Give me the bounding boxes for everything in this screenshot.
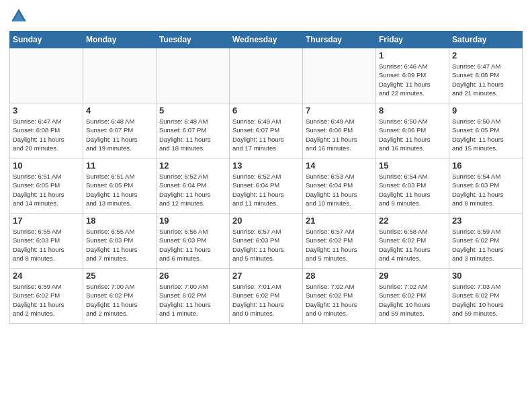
day-info: Sunrise: 6:46 AM Sunset: 6:09 PM Dayligh… [379, 62, 446, 97]
calendar-cell: 12Sunrise: 6:52 AM Sunset: 6:04 PM Dayli… [157, 158, 230, 214]
day-info: Sunrise: 6:59 AM Sunset: 6:02 PM Dayligh… [452, 227, 519, 263]
page: SundayMondayTuesdayWednesdayThursdayFrid… [0, 0, 532, 330]
day-number: 12 [159, 161, 226, 171]
calendar-cell: 4Sunrise: 6:48 AM Sunset: 6:07 PM Daylig… [83, 103, 157, 158]
weekday-header-row: SundayMondayTuesdayWednesdayThursdayFrid… [10, 32, 523, 48]
day-number: 20 [232, 216, 300, 226]
day-info: Sunrise: 7:00 AM Sunset: 6:02 PM Dayligh… [159, 282, 226, 318]
weekday-header-saturday: Saturday [449, 32, 523, 48]
calendar-cell: 24Sunrise: 6:59 AM Sunset: 6:02 PM Dayli… [10, 269, 83, 324]
day-info: Sunrise: 6:54 AM Sunset: 6:03 PM Dayligh… [452, 172, 519, 208]
calendar-cell: 7Sunrise: 6:49 AM Sunset: 6:06 PM Daylig… [303, 103, 376, 158]
calendar-cell: 11Sunrise: 6:51 AM Sunset: 6:05 PM Dayli… [83, 158, 157, 214]
day-number: 6 [232, 105, 300, 116]
day-number: 11 [86, 161, 153, 171]
week-row-5: 24Sunrise: 6:59 AM Sunset: 6:02 PM Dayli… [10, 269, 523, 324]
calendar-cell: 20Sunrise: 6:57 AM Sunset: 6:03 PM Dayli… [230, 214, 303, 269]
day-number: 18 [86, 216, 153, 226]
day-number: 19 [159, 216, 226, 226]
weekday-header-monday: Monday [83, 32, 157, 48]
week-row-2: 3Sunrise: 6:47 AM Sunset: 6:08 PM Daylig… [10, 103, 523, 158]
calendar: SundayMondayTuesdayWednesdayThursdayFrid… [9, 31, 523, 324]
day-number: 17 [13, 216, 80, 226]
weekday-header-wednesday: Wednesday [230, 32, 303, 48]
day-number: 2 [452, 50, 519, 60]
day-info: Sunrise: 6:54 AM Sunset: 6:03 PM Dayligh… [379, 172, 446, 208]
day-number: 24 [13, 271, 80, 281]
week-row-1: 1Sunrise: 6:46 AM Sunset: 6:09 PM Daylig… [10, 48, 523, 103]
day-number: 30 [452, 271, 519, 281]
calendar-cell: 1Sunrise: 6:46 AM Sunset: 6:09 PM Daylig… [376, 48, 449, 103]
calendar-cell: 16Sunrise: 6:54 AM Sunset: 6:03 PM Dayli… [449, 158, 523, 214]
calendar-cell: 27Sunrise: 7:01 AM Sunset: 6:02 PM Dayli… [230, 269, 303, 324]
day-info: Sunrise: 6:51 AM Sunset: 6:05 PM Dayligh… [86, 172, 153, 208]
day-info: Sunrise: 6:50 AM Sunset: 6:06 PM Dayligh… [379, 117, 446, 152]
day-number: 28 [306, 271, 373, 281]
day-number: 9 [452, 105, 519, 116]
calendar-cell: 3Sunrise: 6:47 AM Sunset: 6:08 PM Daylig… [10, 103, 83, 158]
calendar-cell [10, 48, 83, 103]
calendar-cell: 22Sunrise: 6:58 AM Sunset: 6:02 PM Dayli… [376, 214, 449, 269]
day-number: 22 [379, 216, 446, 226]
day-info: Sunrise: 6:59 AM Sunset: 6:02 PM Dayligh… [13, 282, 80, 318]
calendar-cell: 19Sunrise: 6:56 AM Sunset: 6:03 PM Dayli… [157, 214, 230, 269]
logo [9, 7, 31, 26]
day-number: 21 [306, 216, 373, 226]
day-info: Sunrise: 7:02 AM Sunset: 6:02 PM Dayligh… [306, 282, 373, 318]
day-info: Sunrise: 7:01 AM Sunset: 6:02 PM Dayligh… [232, 282, 300, 318]
day-number: 27 [232, 271, 300, 281]
calendar-cell: 23Sunrise: 6:59 AM Sunset: 6:02 PM Dayli… [449, 214, 523, 269]
calendar-cell: 9Sunrise: 6:50 AM Sunset: 6:05 PM Daylig… [449, 103, 523, 158]
logo-icon [9, 7, 28, 26]
weekday-header-tuesday: Tuesday [157, 32, 230, 48]
day-number: 10 [13, 161, 80, 171]
header [9, 7, 523, 26]
calendar-cell: 29Sunrise: 7:02 AM Sunset: 6:02 PM Dayli… [376, 269, 449, 324]
weekday-header-friday: Friday [376, 32, 449, 48]
day-number: 29 [379, 271, 446, 281]
day-info: Sunrise: 7:00 AM Sunset: 6:02 PM Dayligh… [86, 282, 153, 318]
calendar-cell: 28Sunrise: 7:02 AM Sunset: 6:02 PM Dayli… [303, 269, 376, 324]
calendar-cell: 10Sunrise: 6:51 AM Sunset: 6:05 PM Dayli… [10, 158, 83, 214]
day-info: Sunrise: 6:48 AM Sunset: 6:07 PM Dayligh… [159, 117, 226, 152]
day-info: Sunrise: 6:58 AM Sunset: 6:02 PM Dayligh… [379, 227, 446, 263]
day-info: Sunrise: 6:51 AM Sunset: 6:05 PM Dayligh… [13, 172, 80, 208]
day-info: Sunrise: 6:52 AM Sunset: 6:04 PM Dayligh… [232, 172, 300, 208]
day-info: Sunrise: 6:49 AM Sunset: 6:06 PM Dayligh… [306, 117, 373, 152]
calendar-cell: 25Sunrise: 7:00 AM Sunset: 6:02 PM Dayli… [83, 269, 157, 324]
day-number: 7 [306, 105, 373, 116]
day-info: Sunrise: 6:48 AM Sunset: 6:07 PM Dayligh… [86, 117, 153, 152]
day-number: 14 [306, 161, 373, 171]
calendar-cell: 30Sunrise: 7:03 AM Sunset: 6:02 PM Dayli… [449, 269, 523, 324]
day-info: Sunrise: 6:57 AM Sunset: 6:02 PM Dayligh… [306, 227, 373, 263]
day-number: 23 [452, 216, 519, 226]
day-info: Sunrise: 6:47 AM Sunset: 6:08 PM Dayligh… [13, 117, 80, 152]
day-number: 13 [232, 161, 300, 171]
calendar-cell: 15Sunrise: 6:54 AM Sunset: 6:03 PM Dayli… [376, 158, 449, 214]
calendar-cell: 26Sunrise: 7:00 AM Sunset: 6:02 PM Dayli… [157, 269, 230, 324]
day-info: Sunrise: 6:47 AM Sunset: 6:08 PM Dayligh… [452, 62, 519, 97]
day-info: Sunrise: 6:50 AM Sunset: 6:05 PM Dayligh… [452, 117, 519, 152]
day-number: 25 [86, 271, 153, 281]
day-info: Sunrise: 6:52 AM Sunset: 6:04 PM Dayligh… [159, 172, 226, 208]
day-number: 16 [452, 161, 519, 171]
day-number: 8 [379, 105, 446, 116]
day-info: Sunrise: 7:02 AM Sunset: 6:02 PM Dayligh… [379, 282, 446, 318]
day-info: Sunrise: 7:03 AM Sunset: 6:02 PM Dayligh… [452, 282, 519, 318]
day-number: 5 [159, 105, 226, 116]
day-number: 1 [379, 50, 446, 60]
calendar-cell: 17Sunrise: 6:55 AM Sunset: 6:03 PM Dayli… [10, 214, 83, 269]
day-info: Sunrise: 6:55 AM Sunset: 6:03 PM Dayligh… [13, 227, 80, 263]
week-row-3: 10Sunrise: 6:51 AM Sunset: 6:05 PM Dayli… [10, 158, 523, 214]
calendar-cell: 8Sunrise: 6:50 AM Sunset: 6:06 PM Daylig… [376, 103, 449, 158]
day-info: Sunrise: 6:55 AM Sunset: 6:03 PM Dayligh… [86, 227, 153, 263]
calendar-cell [303, 48, 376, 103]
calendar-cell: 2Sunrise: 6:47 AM Sunset: 6:08 PM Daylig… [449, 48, 523, 103]
day-number: 3 [13, 105, 80, 116]
calendar-cell [83, 48, 157, 103]
day-info: Sunrise: 6:49 AM Sunset: 6:07 PM Dayligh… [232, 117, 300, 152]
calendar-cell: 18Sunrise: 6:55 AM Sunset: 6:03 PM Dayli… [83, 214, 157, 269]
calendar-cell: 5Sunrise: 6:48 AM Sunset: 6:07 PM Daylig… [157, 103, 230, 158]
day-number: 15 [379, 161, 446, 171]
calendar-cell: 6Sunrise: 6:49 AM Sunset: 6:07 PM Daylig… [230, 103, 303, 158]
